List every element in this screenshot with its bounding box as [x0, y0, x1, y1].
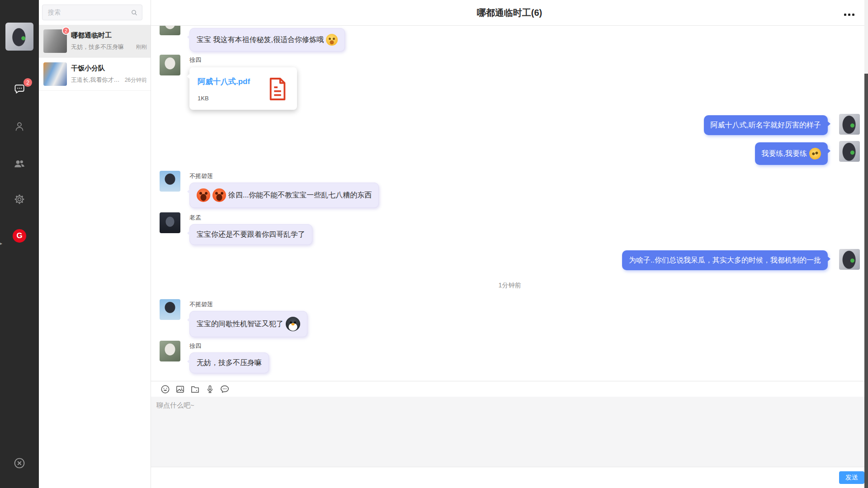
chat-history-icon[interactable] [219, 384, 230, 394]
message-bubble: 宝宝的间歇性机智证又犯了 [189, 311, 307, 337]
message-bubble: 宝宝你还是不要跟着你四哥乱学了 [189, 224, 312, 245]
send-row: 发送 [151, 467, 868, 488]
sidebar-item-settings[interactable] [0, 193, 39, 206]
search-input[interactable]: 搜索 [42, 5, 142, 20]
message-text: 我要练,我要练 [762, 149, 807, 158]
message-row: 徐四 阿威十八式.pdf 1KB [160, 55, 860, 110]
message-row: 老孟 宝宝你还是不要跟着你四哥乱学了 [160, 212, 860, 245]
folder-icon[interactable] [189, 384, 200, 394]
sender-name: 老孟 [189, 215, 201, 221]
message-bubble: 为啥子..你们总说我呆瓜，其实大多的时候，我都机制的一批 [622, 250, 828, 270]
app-rail: 2 [0, 0, 39, 488]
xusi-avatar[interactable] [160, 341, 180, 361]
xusi-avatar[interactable] [160, 55, 180, 75]
message-bubble: 宝宝 我这有本祖传秘笈,很适合你修炼哦 [189, 28, 345, 52]
message-scroll-area[interactable]: 宝宝 我这有本祖传秘笈,很适合你修炼哦 徐四 阿威十八式.pdf 1KB [151, 26, 864, 381]
message-input[interactable]: 聊点什么吧~ [151, 397, 868, 467]
user-avatar[interactable] [5, 23, 33, 51]
baobao-avatar[interactable] [839, 114, 860, 135]
message-text: 宝宝的间歇性机智证又犯了 [197, 319, 283, 328]
conversation-body: 干饭小分队 王道长,我看你才… 26分钟前 [71, 65, 147, 84]
file-size: 1KB [198, 95, 250, 102]
rage-emoji [212, 188, 226, 202]
image-icon[interactable] [175, 384, 185, 394]
search-icon[interactable] [131, 9, 138, 16]
message-text: 徐四...你能不能不教宝宝一些乱七八糟的东西 [228, 191, 372, 200]
chat-header: 哪都通临时工(6) [151, 0, 868, 26]
message-row: 不摇碧莲 宝宝的间歇性机智证又犯了 [160, 299, 860, 337]
conversation-preview: 无妨，技多不压身嘛 [71, 43, 124, 51]
chat-title: 哪都通临时工(6) [477, 7, 542, 19]
settings-gear-icon [13, 193, 26, 206]
search-row: 搜索 [39, 0, 151, 25]
conversation-item-nadoutong[interactable]: 2 哪都通临时工 无妨，技多不压身嘛 刚刚 [39, 25, 151, 58]
conversation-item-ganfan[interactable]: 干饭小分队 王道长,我看你才… 26分钟前 [39, 58, 151, 91]
sidebar-item-contacts[interactable] [0, 120, 39, 133]
groups-icon [13, 157, 26, 170]
panel-collapse-arrow[interactable]: ▸ [0, 239, 4, 248]
pdf-file-icon [267, 77, 288, 101]
blank-face-emoji [808, 146, 822, 161]
conversation-unread-badge: 2 [62, 27, 70, 35]
sender-name: 不摇碧莲 [189, 173, 213, 179]
conversation-time: 刚刚 [136, 43, 147, 51]
group-avatar [43, 62, 67, 86]
conversation-time: 26分钟前 [125, 76, 147, 84]
conversation-body: 哪都通临时工 无妨，技多不压身嘛 刚刚 [71, 32, 147, 51]
logo-letter: G [16, 231, 22, 240]
message-row: 宝宝 我这有本祖传秘笈,很适合你修炼哦 [160, 26, 860, 52]
contacts-icon [13, 120, 26, 133]
file-attachment[interactable]: 阿威十八式.pdf 1KB [189, 67, 297, 110]
rage-emoji [197, 188, 210, 202]
more-menu-icon[interactable] [842, 12, 856, 18]
scrollbar-thumb[interactable] [864, 74, 868, 488]
message-bubble: 徐四...你能不能不教宝宝一些乱七八糟的东西 [189, 183, 379, 208]
xusi-avatar[interactable] [160, 26, 180, 35]
laomeng-avatar[interactable] [160, 212, 180, 233]
sender-name: 不摇碧莲 [189, 301, 213, 307]
sidebar-item-chats[interactable]: 2 [0, 82, 39, 96]
sender-name: 徐四 [189, 343, 201, 349]
sidebar-item-groups[interactable] [0, 157, 39, 170]
buyaobilian-avatar[interactable] [160, 171, 180, 192]
chat-panel: 哪都通临时工(6) 宝宝 我这有本祖传秘笈,很适合你修炼哦 徐四 [151, 0, 868, 488]
conversation-list-panel: 搜索 2 哪都通临时工 无妨，技多不压身嘛 刚刚 干饭 [39, 0, 151, 488]
message-text: 阿威十八式,听名字就好厉害的样子 [711, 121, 821, 130]
hug-emoji [326, 34, 338, 46]
message-text: 为啥子..你们总说我呆瓜，其实大多的时候，我都机制的一批 [629, 256, 821, 265]
close-icon [13, 456, 26, 470]
sender-name: 徐四 [189, 57, 201, 63]
conversation-preview: 王道长,我看你才… [71, 76, 120, 84]
send-button[interactable]: 发送 [839, 471, 864, 484]
message-row: 为啥子..你们总说我呆瓜，其实大多的时候，我都机制的一批 [160, 249, 860, 270]
message-row: 不摇碧莲 徐四...你能不能不教宝宝一些乱七八糟的东西 [160, 171, 860, 208]
baobao-avatar[interactable] [839, 249, 860, 270]
scrollbar-track[interactable] [864, 0, 868, 488]
emoji-picker-icon[interactable] [160, 384, 170, 394]
sidebar-item-logo[interactable]: G [0, 229, 39, 243]
message-text: 无妨，技多不压身嘛 [197, 358, 262, 367]
baobao-avatar[interactable] [839, 141, 860, 162]
message-bubble: 阿威十八式,听名字就好厉害的样子 [704, 115, 828, 135]
search-placeholder: 搜索 [48, 9, 61, 17]
voice-icon[interactable] [204, 384, 215, 394]
chat-app-window: 2 [0, 0, 868, 488]
file-name: 阿威十八式.pdf [198, 76, 250, 87]
composer-toolbar [151, 381, 868, 397]
composer: 聊点什么吧~ 发送 [151, 381, 868, 488]
group-avatar: 2 [43, 29, 67, 53]
message-bubble: 我要练,我要练 [755, 142, 828, 165]
message-text: 宝宝 我这有本祖传秘笈,很适合你修炼哦 [197, 35, 324, 44]
conversation-title: 干饭小分队 [71, 65, 147, 71]
g-logo-icon: G [13, 229, 26, 243]
message-row: 阿威十八式,听名字就好厉害的样子 [160, 114, 860, 135]
penguin-emoji [286, 317, 300, 331]
file-info: 阿威十八式.pdf 1KB [198, 76, 250, 102]
message-row: 我要练,我要练 [160, 141, 860, 165]
message-bubble: 无妨，技多不压身嘛 [189, 352, 269, 373]
unread-badge: 2 [24, 78, 32, 87]
quit-button[interactable] [0, 456, 39, 470]
message-text: 宝宝你还是不要跟着你四哥乱学了 [197, 230, 305, 239]
buyaobilian-avatar[interactable] [160, 299, 180, 320]
message-row: 徐四 无妨，技多不压身嘛 [160, 341, 860, 373]
